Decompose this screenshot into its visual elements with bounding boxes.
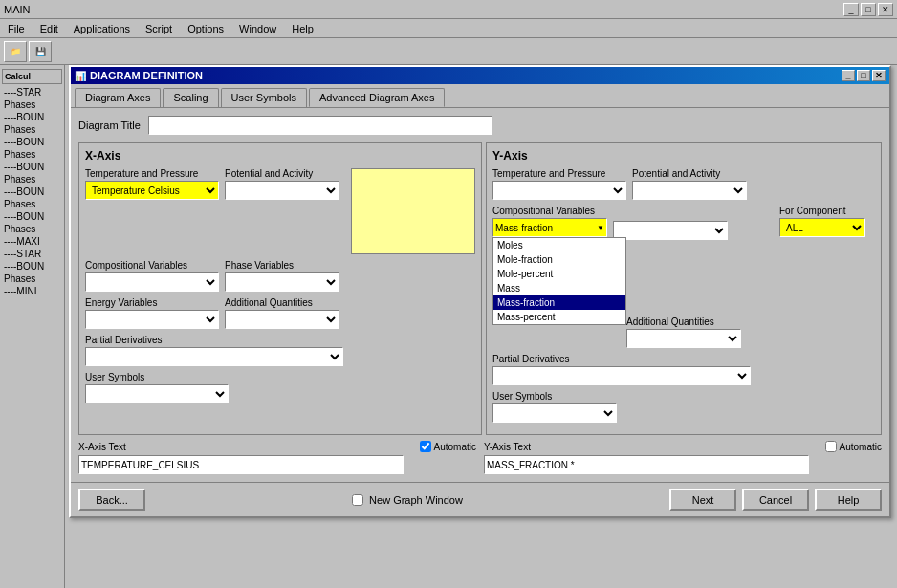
menu-edit[interactable]: Edit <box>36 21 62 36</box>
menu-script[interactable]: Script <box>142 21 176 36</box>
dialog-titlebar: 📊 DIAGRAM DEFINITION _ □ ✕ <box>71 67 889 84</box>
x-axis-text-label: X-Axis Text <box>78 442 126 452</box>
x-axis-text-input[interactable] <box>78 455 404 474</box>
x-temp-pressure-label: Temperature and Pressure <box>85 168 219 179</box>
x-partial-derivatives-select[interactable] <box>85 347 343 366</box>
y-phase-variables-group <box>613 221 728 240</box>
y-potential-activity-select[interactable] <box>632 181 747 200</box>
y-user-symbols-select[interactable] <box>492 403 617 423</box>
menu-window[interactable]: Window <box>235 21 280 36</box>
for-component-select[interactable]: ALL <box>779 218 865 237</box>
sidebar-calcul[interactable]: Calcul <box>2 69 62 84</box>
x-automatic-checkbox[interactable] <box>420 441 431 452</box>
tab-diagram-axes[interactable]: Diagram Axes <box>75 88 161 107</box>
dropdown-option-moles[interactable]: Moles <box>493 238 625 252</box>
sidebar-item[interactable]: Phases <box>2 173 62 185</box>
dialog-win-controls: _ □ ✕ <box>842 70 886 81</box>
tab-scaling[interactable]: Scaling <box>163 88 218 107</box>
dropdown-option-mole-percent[interactable]: Mole-percent <box>493 267 625 281</box>
tab-user-symbols[interactable]: User Symbols <box>221 88 307 107</box>
y-comp-variables-label: Compositional Variables <box>492 206 607 216</box>
y-partial-derivatives-select[interactable] <box>492 366 751 385</box>
menu-options[interactable]: Options <box>184 21 228 36</box>
maximize-button[interactable]: □ <box>861 3 876 16</box>
y-temp-pressure-label: Temperature and Pressure <box>492 168 626 179</box>
sidebar-item[interactable]: ----BOUN <box>2 136 62 148</box>
toolbar-btn-1[interactable]: 📁 <box>4 41 27 62</box>
close-button[interactable]: ✕ <box>878 3 893 16</box>
dropdown-option-mass[interactable]: Mass <box>493 281 625 295</box>
main-titlebar: MAIN _ □ ✕ <box>0 0 897 19</box>
x-temp-pressure-select[interactable]: Temperature Celsius Temperature Kelvin P… <box>85 181 219 200</box>
diagram-title-label: Diagram Title <box>78 120 141 131</box>
y-axis-text-input[interactable] <box>484 455 809 474</box>
menu-applications[interactable]: Applications <box>70 21 134 36</box>
dialog-close-button[interactable]: ✕ <box>872 70 886 81</box>
y-automatic-checkbox[interactable] <box>825 441 837 452</box>
sidebar-item[interactable]: ----MAXI <box>2 235 62 248</box>
y-automatic-checkbox-row[interactable]: Automatic <box>825 441 882 452</box>
sidebar-item[interactable]: Phases <box>2 123 62 136</box>
sidebar-item[interactable]: ----BOUN <box>2 260 62 272</box>
menu-file[interactable]: File <box>4 21 29 36</box>
y-axis-row4: Partial Derivatives <box>492 354 875 385</box>
new-graph-window-checkbox[interactable] <box>352 494 363 506</box>
y-comp-variables-value: Mass-fraction <box>495 223 553 233</box>
y-additional-qty-select[interactable] <box>626 329 741 348</box>
x-yellow-box <box>351 168 475 254</box>
cancel-button[interactable]: Cancel <box>742 489 809 511</box>
x-energy-variables-select[interactable] <box>85 310 219 329</box>
x-potential-activity-select[interactable] <box>225 181 339 200</box>
sidebar-item[interactable]: ----BOUN <box>2 185 62 198</box>
x-phase-variables-group: Phase Variables <box>225 260 339 292</box>
sidebar-item[interactable]: ----BOUN <box>2 210 62 223</box>
main-win-controls: _ □ ✕ <box>843 3 893 16</box>
sidebar-item[interactable]: Phases <box>2 198 62 210</box>
sidebar-item[interactable]: ----BOUN <box>2 161 62 173</box>
x-user-symbols-select[interactable] <box>85 384 229 403</box>
tab-advanced-diagram-axes[interactable]: Advanced Diagram Axes <box>309 88 445 107</box>
y-phase-variables-select[interactable] <box>613 221 728 240</box>
menu-help[interactable]: Help <box>288 21 317 36</box>
dialog-minimize-button[interactable]: _ <box>842 70 855 81</box>
y-comp-variables-selected[interactable]: Mass-fraction ▼ <box>492 218 607 237</box>
main-content: 📊 DIAGRAM DEFINITION _ □ ✕ Diagram Axes … <box>65 65 897 588</box>
tab-bar: Diagram Axes Scaling User Symbols Advanc… <box>71 84 889 107</box>
y-comp-variables-list: Moles Mole-fraction Mole-percent Mass Ma… <box>492 237 626 325</box>
x-automatic-checkbox-row[interactable]: Automatic <box>420 441 476 452</box>
x-energy-variables-group: Energy Variables <box>85 297 219 329</box>
dropdown-option-mass-percent[interactable]: Mass-percent <box>493 310 625 324</box>
for-component-label: For Component <box>779 206 875 216</box>
x-potential-activity-label: Potential and Activity <box>225 168 339 179</box>
dropdown-option-mole-fraction[interactable]: Mole-fraction <box>493 252 625 267</box>
sidebar-item[interactable]: Phases <box>2 272 62 285</box>
sidebar-item[interactable]: ----STAR <box>2 248 62 260</box>
y-temp-pressure-select[interactable] <box>492 181 626 200</box>
x-axis-section: X-Axis Temperature and Pressure Temperat… <box>78 142 482 435</box>
sidebar-item[interactable]: Phases <box>2 223 62 235</box>
back-button[interactable]: Back... <box>78 489 145 511</box>
dropdown-option-mass-fraction[interactable]: Mass-fraction <box>493 295 625 310</box>
toolbar-btn-2[interactable]: 💾 <box>29 41 52 62</box>
sidebar-item[interactable]: Phases <box>2 148 62 161</box>
minimize-button[interactable]: _ <box>843 3 859 16</box>
dialog-maximize-button[interactable]: □ <box>857 70 870 81</box>
y-additional-qty-label: Additional Quantities <box>626 316 741 327</box>
x-automatic-label: Automatic <box>434 442 476 452</box>
y-user-symbols-label: User Symbols <box>492 391 617 402</box>
x-comp-variables-select[interactable] <box>85 272 219 292</box>
y-comp-variables-dropdown[interactable]: Mass-fraction ▼ Moles Mole-fraction Mole… <box>492 218 607 237</box>
dialog-title: DIAGRAM DEFINITION <box>90 70 203 81</box>
sidebar-item[interactable]: Phases <box>2 98 62 111</box>
axes-row: X-Axis Temperature and Pressure Temperat… <box>78 142 882 435</box>
sidebar-item[interactable]: ----MINI <box>2 285 62 297</box>
for-component-group: For Component ALL <box>779 206 875 237</box>
x-additional-qty-select[interactable] <box>225 310 339 329</box>
sidebar-item[interactable]: ----STAR <box>2 86 62 98</box>
diagram-title-input[interactable] <box>148 116 492 135</box>
x-phase-variables-select[interactable] <box>225 272 339 292</box>
sidebar-item[interactable]: ----BOUN <box>2 111 62 123</box>
next-button[interactable]: Next <box>669 489 736 511</box>
help-button[interactable]: Help <box>815 489 882 511</box>
y-axis-section: Y-Axis Temperature and Pressure Potentia… <box>486 142 882 435</box>
